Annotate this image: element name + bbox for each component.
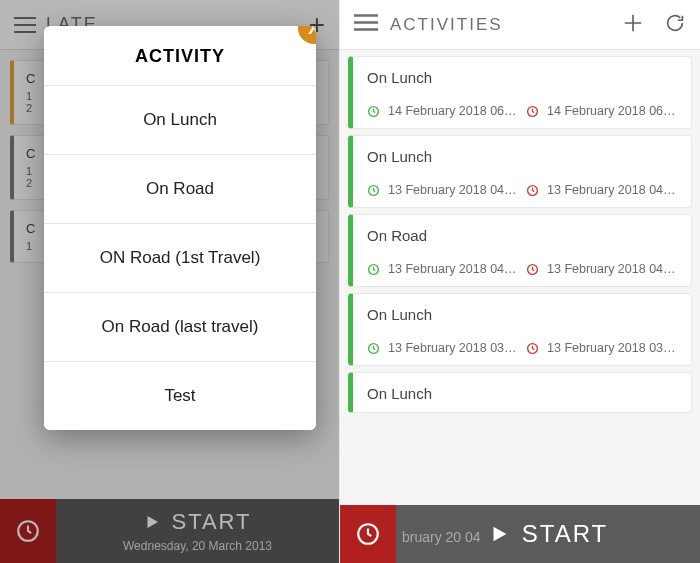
activity-card-times: 14 February 2018 06… 14 February 2018 06…: [367, 104, 677, 118]
activity-card[interactable]: On Road 13 February 2018 04… 13 February…: [348, 214, 692, 287]
clock-end-icon: [526, 263, 539, 276]
activity-option-on-road-last[interactable]: On Road (last travel): [44, 293, 316, 362]
clock-end-icon: [526, 184, 539, 197]
refresh-button[interactable]: [664, 12, 686, 38]
activity-option-on-lunch[interactable]: On Lunch: [44, 86, 316, 155]
activity-card-title: On Lunch: [367, 148, 677, 165]
activity-card[interactable]: On Lunch: [348, 372, 692, 413]
screen-right: ACTIVITIES On Lunch 14 February 2018 06……: [339, 0, 700, 563]
activity-card-times: 13 February 2018 03… 13 February 2018 03…: [367, 341, 677, 355]
clock-start-icon: [367, 184, 380, 197]
activity-modal: X ACTIVITY On Lunch On Road ON Road (1st…: [44, 26, 316, 430]
clock-start-icon: [367, 105, 380, 118]
activity-card[interactable]: On Lunch 14 February 2018 06… 14 Februar…: [348, 56, 692, 129]
activities-list[interactable]: On Lunch 14 February 2018 06… 14 Februar…: [340, 50, 700, 505]
close-icon: X: [308, 26, 316, 39]
activity-card-title: On Lunch: [367, 385, 677, 402]
start-label: START: [522, 520, 608, 548]
activity-option-test[interactable]: Test: [44, 362, 316, 430]
start-button[interactable]: START: [396, 520, 700, 548]
right-bottom-bar: bruary 20 04 START: [340, 505, 700, 563]
clock-badge[interactable]: [340, 505, 396, 563]
right-header-title: ACTIVITIES: [390, 15, 610, 35]
clock-start-icon: [367, 342, 380, 355]
screen-left: LATE + C 1 2 C 1 2 C 1: [0, 0, 339, 563]
clock-end-icon: [526, 105, 539, 118]
add-button[interactable]: [622, 12, 644, 38]
clock-start-icon: [367, 263, 380, 276]
activity-card-title: On Road: [367, 227, 677, 244]
activity-card[interactable]: On Lunch 13 February 2018 04… 13 Februar…: [348, 135, 692, 208]
activity-card-times: 13 February 2018 04… 13 February 2018 04…: [367, 183, 677, 197]
clock-end-icon: [526, 342, 539, 355]
activity-card-times: 13 February 2018 04… 13 February 2018 04…: [367, 262, 677, 276]
activity-option-on-road[interactable]: On Road: [44, 155, 316, 224]
activity-card-title: On Lunch: [367, 306, 677, 323]
play-icon: [488, 523, 510, 545]
right-header: ACTIVITIES: [340, 0, 700, 50]
activity-option-on-road-1st[interactable]: ON Road (1st Travel): [44, 224, 316, 293]
activity-card[interactable]: On Lunch 13 February 2018 03… 13 Februar…: [348, 293, 692, 366]
hamburger-icon[interactable]: [354, 14, 378, 35]
modal-title: ACTIVITY: [44, 26, 316, 86]
activity-card-title: On Lunch: [367, 69, 677, 86]
